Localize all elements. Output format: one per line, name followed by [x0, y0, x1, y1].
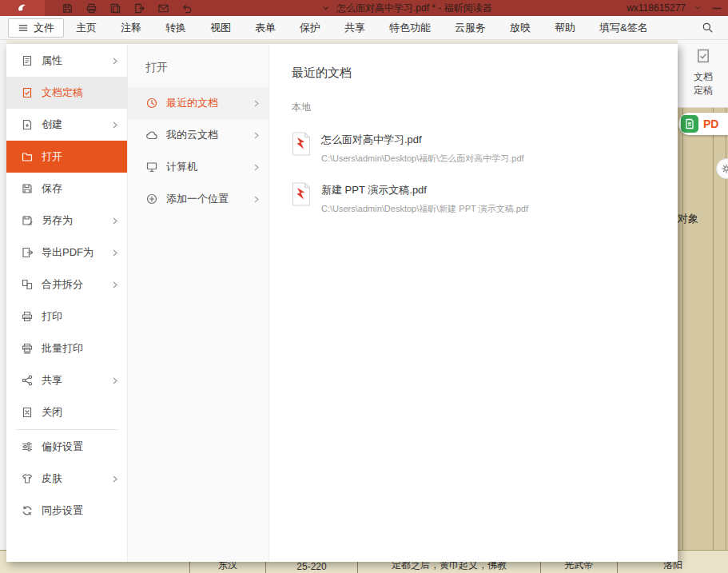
tab-convert[interactable]: 转换 — [153, 16, 198, 40]
account-name[interactable]: wx118615277 — [627, 2, 686, 14]
open-panel-title: 打开 — [128, 44, 269, 87]
tab-home[interactable]: 主页 — [64, 16, 109, 40]
sidebar-divider — [16, 429, 117, 430]
file-menu-item-export-pdf[interactable]: 导出PDF为 — [6, 237, 127, 269]
export-icon[interactable] — [133, 2, 146, 15]
print-icon[interactable] — [85, 2, 98, 15]
submenu-arrow-icon — [254, 132, 259, 139]
tab-comment[interactable]: 注释 — [109, 16, 153, 40]
open-item-add-place[interactable]: 添加一个位置 — [128, 183, 269, 215]
open-item-computer[interactable]: 计算机 — [128, 151, 269, 183]
finalize-icon — [21, 86, 34, 99]
snapshot-icon[interactable] — [109, 2, 122, 15]
submenu-arrow-icon — [113, 217, 119, 225]
submenu-arrow-icon — [113, 249, 119, 257]
tab-form[interactable]: 表单 — [243, 16, 288, 40]
recent-doc-item[interactable]: 新建 PPT 演示文稿.pdf C:\Users\admin\Desktop\福… — [292, 182, 678, 215]
pdf-convert-icon — [681, 115, 698, 133]
bg-object-label: 对象 — [678, 212, 698, 226]
computer-icon — [145, 161, 158, 173]
pdf-file-icon — [292, 182, 311, 206]
mail-icon[interactable] — [157, 2, 170, 15]
undo-icon[interactable] — [181, 2, 194, 15]
doc-table-line — [682, 108, 683, 550]
ribbon-finalize-button[interactable]: 文档定稿 — [681, 47, 726, 97]
tab-fill-sign[interactable]: 填写&签名 — [587, 16, 660, 40]
ribbon-background: 文档定稿 — [678, 40, 728, 108]
submenu-arrow-icon — [113, 121, 119, 129]
cloud-icon — [145, 129, 158, 141]
minimize-button[interactable] — [710, 2, 723, 15]
open-item-cloud-docs[interactable]: 我的云文档 — [128, 119, 269, 151]
file-menu-item-preferences[interactable]: 偏好设置 — [6, 431, 127, 463]
close-doc-icon — [21, 406, 34, 419]
sync-icon — [21, 504, 34, 517]
tab-cloud[interactable]: 云服务 — [443, 16, 498, 40]
file-menu-item-merge-split[interactable]: 合并拆分 — [6, 269, 127, 300]
file-menu-item-sync[interactable]: 同步设置 — [6, 495, 127, 527]
tab-protect[interactable]: 保护 — [288, 16, 332, 40]
merge-split-icon — [21, 278, 34, 291]
file-menu-item-finalize[interactable]: 文档定稿 — [6, 77, 127, 109]
foxit-logo — [0, 0, 45, 16]
file-menu-item-batch-print[interactable]: 批量打印 — [6, 332, 127, 364]
submenu-arrow-icon — [113, 281, 119, 288]
pdf-file-icon — [292, 132, 311, 156]
pdf-to-office-widget[interactable]: PD — [678, 113, 728, 135]
open-folder-icon — [21, 150, 34, 163]
submenu-arrow-icon — [254, 164, 259, 171]
batch-print-icon — [21, 342, 34, 355]
submenu-arrow-icon — [254, 100, 259, 107]
recent-panel-title: 最近的文档 — [292, 66, 678, 81]
file-menu-item-save[interactable]: 保存 — [6, 173, 127, 205]
save-as-icon — [21, 214, 34, 227]
file-menu-sidebar: 属性 文档定稿 创建 打开 保存 另存为 导出PDF为 — [6, 44, 128, 562]
properties-icon — [21, 54, 34, 67]
recent-doc-item[interactable]: 怎么面对高中学习.pdf C:\Users\admin\Desktop\福昕\怎… — [292, 132, 678, 165]
print-icon — [21, 310, 34, 323]
clock-icon — [145, 97, 158, 109]
save-icon[interactable] — [61, 2, 74, 15]
preferences-icon — [21, 440, 34, 453]
file-menu-item-skin[interactable]: 皮肤 — [6, 463, 127, 495]
submenu-arrow-icon — [254, 196, 259, 203]
skin-icon — [21, 472, 34, 485]
ribbon-finalize-label: 文档定稿 — [692, 70, 715, 97]
recent-doc-name: 怎么面对高中学习.pdf — [321, 133, 524, 147]
tab-share[interactable]: 共享 — [332, 16, 377, 40]
gear-icon — [721, 163, 728, 174]
share-icon — [21, 374, 34, 387]
submenu-arrow-icon — [113, 476, 119, 483]
pdf-widget-label: PD — [703, 117, 718, 130]
recent-doc-path: C:\Users\admin\Desktop\福昕\怎么面对高中学习.pdf — [321, 153, 524, 165]
file-menu-item-open[interactable]: 打开 — [6, 141, 127, 173]
recent-documents-panel: 最近的文档 本地 怎么面对高中学习.pdf C:\Users\admin\Des… — [269, 44, 678, 562]
tab-present[interactable]: 放映 — [498, 16, 543, 40]
recent-doc-path: C:\Users\admin\Desktop\福昕\新建 PPT 演示文稿.pd… — [321, 203, 528, 215]
tab-help[interactable]: 帮助 — [543, 16, 587, 40]
tab-file[interactable]: 文件 — [8, 18, 64, 38]
doc-table-line — [713, 108, 714, 550]
account-dropdown-icon[interactable] — [693, 2, 702, 15]
tab-features[interactable]: 特色功能 — [377, 16, 443, 40]
qat-dropdown-icon[interactable] — [319, 2, 332, 15]
file-menu-item-share[interactable]: 共享 — [6, 364, 127, 396]
app-background-left — [0, 40, 6, 573]
open-item-recent[interactable]: 最近的文档 — [128, 87, 269, 119]
submenu-arrow-icon — [113, 58, 119, 65]
save-icon — [21, 182, 34, 195]
recent-group-label: 本地 — [292, 101, 678, 114]
file-menu-item-create[interactable]: 创建 — [6, 109, 127, 141]
window-title: 怎么面对高中学习.pdf * - 福昕阅读器 — [336, 0, 492, 16]
recent-doc-name: 新建 PPT 演示文稿.pdf — [321, 183, 528, 197]
finalize-icon — [694, 47, 712, 68]
add-place-icon — [145, 193, 158, 205]
file-menu-item-save-as[interactable]: 另存为 — [6, 205, 127, 237]
tab-view[interactable]: 视图 — [198, 16, 243, 40]
submenu-arrow-icon — [113, 377, 119, 384]
search-icon[interactable] — [699, 20, 715, 36]
file-menu-item-properties[interactable]: 属性 — [6, 45, 127, 77]
tab-file-label: 文件 — [34, 21, 54, 35]
file-menu-item-close[interactable]: 关闭 — [6, 396, 127, 428]
file-menu-item-print[interactable]: 打印 — [6, 300, 127, 332]
